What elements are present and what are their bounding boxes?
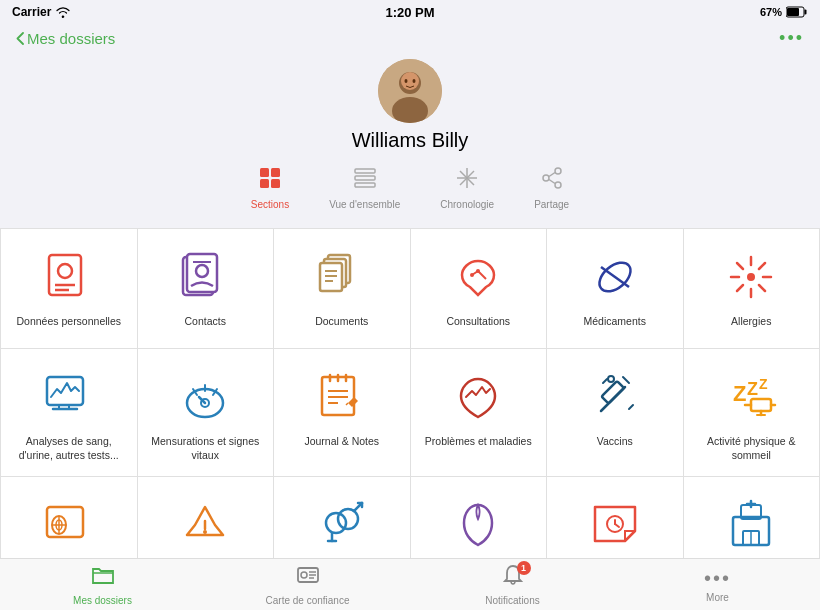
svg-line-51: [759, 285, 765, 291]
svg-line-53: [737, 285, 743, 291]
svg-line-76: [623, 377, 629, 383]
documents-label: Documents: [315, 315, 368, 329]
main-content: Mes dossiers ••• Williams Billy: [0, 24, 820, 610]
more-options-button[interactable]: •••: [779, 28, 804, 49]
svg-point-21: [543, 175, 549, 181]
grid-item-medications[interactable]: Médicaments: [547, 229, 684, 349]
tab-vue-ensemble[interactable]: Vue d'ensemble: [309, 162, 420, 214]
svg-rect-73: [601, 381, 624, 404]
bottom-bar: Mes dossiers Carte de confiance: [0, 558, 820, 610]
grid-item-allergies[interactable]: Allergies: [684, 229, 821, 349]
bottom-tab-carte-confiance[interactable]: Carte de confiance: [205, 559, 410, 610]
bottom-tab-mes-dossiers[interactable]: Mes dossiers: [0, 559, 205, 610]
grid-item-analyses[interactable]: Analyses de sang, d'urine, autres tests.…: [1, 349, 138, 477]
grid-item-problemes[interactable]: Problèmes et maladies: [411, 349, 548, 477]
svg-rect-10: [271, 168, 280, 177]
svg-line-71: [346, 403, 348, 405]
svg-line-74: [603, 379, 607, 383]
avatar: [378, 59, 442, 123]
allergies-icon: [721, 247, 781, 307]
activite-label: Activité physique & sommeil: [692, 435, 812, 462]
svg-point-92: [203, 530, 207, 534]
status-right: 67%: [760, 6, 808, 18]
svg-point-77: [608, 376, 614, 382]
svg-rect-11: [260, 179, 269, 188]
more-label: More: [706, 592, 729, 603]
contacts-icon: [175, 247, 235, 307]
grid-item-antecedents[interactable]: Antécédents: [547, 477, 684, 558]
svg-point-22: [555, 182, 561, 188]
bottom-tab-notifications[interactable]: 1 Notifications: [410, 559, 615, 610]
svg-text:Z: Z: [733, 381, 746, 406]
contacts-label: Contacts: [185, 315, 226, 329]
notifications-icon: 1: [501, 563, 525, 593]
battery-icon: [786, 6, 808, 18]
svg-rect-1: [805, 10, 807, 15]
sections-label: Sections: [251, 199, 289, 210]
grid-item-personal[interactable]: Données personnelles: [1, 229, 138, 349]
svg-line-102: [615, 524, 619, 527]
allergies-label: Allergies: [731, 315, 771, 329]
svg-rect-9: [260, 168, 269, 177]
sections-grid: Données personnelles Contacts: [0, 228, 820, 558]
vaccins-icon: [585, 367, 645, 427]
svg-point-8: [413, 79, 416, 83]
mes-dossiers-icon: [91, 563, 115, 593]
grid-item-documents[interactable]: Documents: [274, 229, 411, 349]
carte-confiance-icon: [296, 563, 320, 593]
chronologie-icon: [455, 166, 479, 196]
consultations-label: Consultations: [446, 315, 510, 329]
grid-item-imagerie[interactable]: Imagerie médicale et biosignal: [1, 477, 138, 558]
mes-dossiers-label: Mes dossiers: [73, 595, 132, 606]
svg-line-44: [601, 267, 629, 287]
journal-label: Journal & Notes: [304, 435, 379, 449]
grid-item-activite[interactable]: Z Z Z Activité physique & sommeil: [684, 349, 821, 477]
tab-partage[interactable]: Partage: [514, 162, 589, 214]
medications-label: Médicaments: [584, 315, 646, 329]
tab-chronologie[interactable]: Chronologie: [420, 162, 514, 214]
grid-item-journal[interactable]: Journal & Notes: [274, 349, 411, 477]
back-button[interactable]: Mes dossiers: [16, 30, 115, 47]
sante-rep-icon: [312, 495, 372, 555]
grid-item-sejours[interactable]: Séjours à l'hôpital: [684, 477, 821, 558]
grid-item-contacts[interactable]: Contacts: [138, 229, 275, 349]
notification-badge: 1: [517, 561, 531, 575]
svg-line-52: [759, 263, 765, 269]
svg-rect-12: [271, 179, 280, 188]
svg-line-41: [472, 271, 478, 275]
medications-icon: [585, 247, 645, 307]
grid-item-habitudes[interactable]: Habitudes de vie & facteurs de risque: [138, 477, 275, 558]
profile-name: Williams Billy: [352, 129, 469, 152]
svg-point-26: [58, 264, 72, 278]
svg-rect-2: [787, 8, 799, 16]
grid-item-alimentation[interactable]: Alimentation: [411, 477, 548, 558]
nav-bar: Mes dossiers •••: [0, 24, 820, 49]
notifications-label: Notifications: [485, 595, 539, 606]
antecedents-icon: [585, 495, 645, 555]
personal-label: Données personnelles: [17, 315, 122, 329]
svg-point-110: [301, 572, 307, 578]
grid-item-consultations[interactable]: Consultations: [411, 229, 548, 349]
chronologie-label: Chronologie: [440, 199, 494, 210]
svg-rect-13: [355, 169, 375, 173]
tab-sections[interactable]: Sections: [231, 162, 309, 214]
problemes-icon: [448, 367, 508, 427]
vue-ensemble-icon: [353, 166, 377, 196]
svg-point-94: [338, 509, 358, 529]
svg-text:Z: Z: [747, 379, 758, 399]
vaccins-label: Vaccins: [597, 435, 633, 449]
svg-rect-81: [751, 399, 771, 411]
personal-icon: [39, 247, 99, 307]
sections-icon: [258, 166, 282, 196]
grid-item-mesures[interactable]: Mensurations et signes vitaux: [138, 349, 275, 477]
analyses-icon: [39, 367, 99, 427]
svg-point-93: [326, 513, 346, 533]
wifi-icon: [55, 6, 71, 18]
grid-item-sante-rep[interactable]: Santé reproductive: [274, 477, 411, 558]
grid-item-vaccins[interactable]: Vaccins: [547, 349, 684, 477]
bottom-tab-more[interactable]: ••• More: [615, 563, 820, 607]
profile-section: Williams Billy Sections: [0, 49, 820, 228]
svg-line-50: [737, 263, 743, 269]
svg-point-7: [405, 79, 408, 83]
journal-icon: [312, 367, 372, 427]
